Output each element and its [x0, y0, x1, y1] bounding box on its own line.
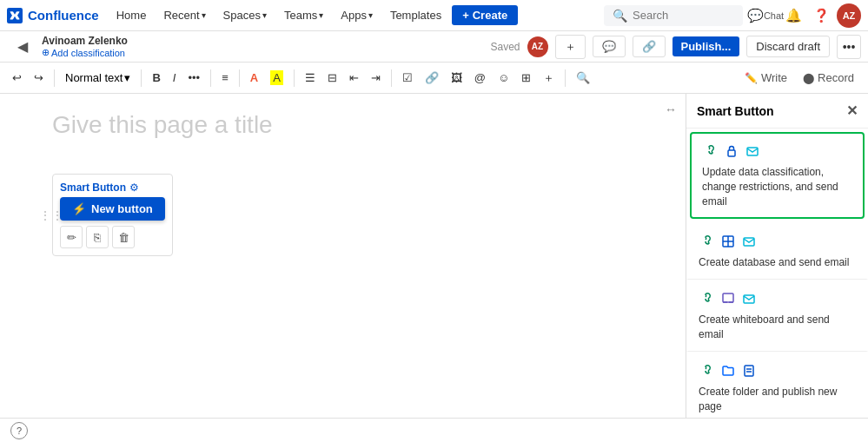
- help-button[interactable]: ?: [10, 422, 28, 439]
- image-icon: 🖼: [451, 71, 462, 84]
- link-button[interactable]: 🔗: [633, 36, 666, 57]
- comment-icon: 💬: [602, 40, 616, 53]
- panel-item-4[interactable]: Create folder and publish new page: [686, 352, 868, 424]
- delete-widget-button[interactable]: 🗑: [112, 226, 135, 248]
- plus-icon: +: [462, 9, 469, 22]
- text-style-selector[interactable]: Normal text ▾: [60, 69, 136, 87]
- redo-button[interactable]: ↪: [29, 69, 49, 87]
- mention-button[interactable]: @: [469, 69, 491, 87]
- write-icon: ✏️: [745, 72, 758, 84]
- logo-text: Confluence: [28, 8, 99, 23]
- question-icon: ❓: [813, 8, 830, 23]
- search-input[interactable]: [633, 9, 734, 22]
- nav-home[interactable]: Home: [109, 5, 154, 25]
- highlight-button[interactable]: A: [265, 68, 288, 88]
- lightning-icon: ⚡: [72, 202, 86, 215]
- publish-button[interactable]: Publish...: [673, 36, 740, 56]
- panel-item-text: Create whiteboard and send email: [699, 313, 856, 342]
- page-icon: [740, 362, 758, 379]
- svg-rect-11: [745, 366, 753, 376]
- page-title-placeholder[interactable]: Give this page a title: [52, 111, 633, 139]
- expand-icon[interactable]: ↔: [665, 102, 677, 116]
- nav-recent[interactable]: Recent ▾: [156, 5, 212, 25]
- write-button[interactable]: ✏️ Write: [738, 69, 794, 87]
- undo-button[interactable]: ↩: [7, 69, 27, 87]
- bell-icon: 🔔: [785, 8, 802, 23]
- editor-toolbar: ↩ ↪ Normal text ▾ B I ••• ≡ A A ☰ ⊟ ⇤ ⇥ …: [0, 63, 868, 94]
- settings-icon[interactable]: ⚙: [129, 181, 139, 194]
- numbered-list-button[interactable]: ⊟: [322, 69, 342, 87]
- more-options-button[interactable]: •••: [837, 35, 861, 59]
- toolbar-separator: [54, 69, 55, 87]
- image-button[interactable]: 🖼: [446, 69, 467, 87]
- outdent-icon: ⇤: [349, 71, 359, 84]
- add-classification-button[interactable]: ⊕ Add classification: [42, 47, 128, 58]
- link-icon: [699, 290, 716, 307]
- search-icon: 🔍: [613, 9, 627, 23]
- emoji-button[interactable]: ☺: [493, 69, 514, 87]
- top-nav: Confluence Home Recent ▾ Spaces ▾ Teams …: [0, 0, 868, 31]
- new-button[interactable]: ⚡ New button: [60, 197, 165, 221]
- record-button[interactable]: ⬤ Record: [796, 69, 861, 87]
- emoji-icon: ☺: [498, 71, 509, 84]
- nav-spaces[interactable]: Spaces ▾: [216, 5, 274, 25]
- edit-widget-button[interactable]: ✏: [60, 226, 83, 248]
- panel-close-button[interactable]: ✕: [846, 102, 858, 119]
- editor-area[interactable]: ↔ Give this page a title ⋮⋮ Smart Button…: [0, 94, 686, 442]
- panel-header: Smart Button ✕: [686, 94, 868, 129]
- panel-item-1[interactable]: Update data classification, change restr…: [690, 132, 865, 219]
- more-insert-button[interactable]: ＋: [538, 68, 560, 89]
- italic-button[interactable]: I: [168, 69, 182, 87]
- add-collaborator-button[interactable]: ＋: [555, 35, 586, 59]
- logo[interactable]: Confluence: [7, 8, 99, 23]
- more-text-button[interactable]: •••: [182, 69, 205, 87]
- lock-icon: [723, 142, 740, 160]
- toolbar-separator: [565, 69, 566, 87]
- notifications-button[interactable]: 🔔: [781, 3, 805, 28]
- create-button[interactable]: + Create: [452, 5, 518, 25]
- copy-icon: ⎘: [94, 231, 101, 244]
- highlight-icon: A: [270, 70, 283, 85]
- copy-widget-button[interactable]: ⎘: [86, 226, 109, 248]
- nav-templates[interactable]: Templates: [383, 5, 448, 25]
- panel-item-text: Create database and send email: [699, 255, 856, 270]
- bullet-list-button[interactable]: ☰: [300, 69, 321, 87]
- table-icon: ⊞: [521, 71, 531, 84]
- expand-sidebar-button[interactable]: ◀: [17, 38, 35, 56]
- panel-item-2[interactable]: Create database and send email: [686, 222, 868, 280]
- text-color-button[interactable]: A: [245, 69, 263, 87]
- search-replace-button[interactable]: 🔍: [571, 69, 595, 87]
- bold-button[interactable]: B: [147, 69, 165, 87]
- panel-item-3[interactable]: Create whiteboard and send email: [686, 280, 868, 352]
- task-button[interactable]: ☑: [397, 69, 418, 87]
- user-avatar[interactable]: AZ: [837, 3, 861, 28]
- indent-button[interactable]: ⇥: [366, 69, 386, 87]
- search-bar[interactable]: 🔍: [604, 5, 743, 26]
- plus-icon: ＋: [543, 70, 554, 86]
- outdent-button[interactable]: ⇤: [344, 69, 364, 87]
- table-button[interactable]: ⊞: [516, 69, 536, 87]
- numbered-icon: ⊟: [328, 71, 337, 84]
- drag-handle[interactable]: ⋮⋮: [39, 208, 63, 222]
- smart-button-widget: ⋮⋮ Smart Button ⚙ ⚡ New button ✏ ⎘ 🗑: [52, 174, 173, 256]
- whiteboard-icon: [719, 290, 737, 307]
- discard-draft-button[interactable]: Discard draft: [746, 36, 830, 57]
- text-color-icon: A: [250, 71, 258, 84]
- bullet-icon: ☰: [305, 71, 315, 84]
- plus-small-icon: ⊕: [42, 47, 50, 58]
- toolbar-separator: [391, 69, 392, 87]
- nav-apps[interactable]: Apps ▾: [334, 5, 380, 25]
- comment-button[interactable]: 💬: [593, 36, 626, 57]
- search-icon: 🔍: [576, 71, 590, 84]
- link-button[interactable]: 🔗: [420, 69, 444, 87]
- ellipsis-icon: •••: [843, 40, 856, 54]
- panel-item-text: Update data classification, change restr…: [702, 165, 852, 208]
- align-button[interactable]: ≡: [216, 69, 234, 87]
- help-button[interactable]: ❓: [809, 3, 833, 28]
- link-icon: [702, 142, 719, 160]
- ellipsis-icon: •••: [188, 71, 200, 84]
- chat-button[interactable]: 💬 Chat: [753, 3, 778, 28]
- link-icon: 🔗: [642, 40, 656, 53]
- author-avatar[interactable]: AZ: [527, 36, 548, 57]
- nav-teams[interactable]: Teams ▾: [277, 5, 330, 25]
